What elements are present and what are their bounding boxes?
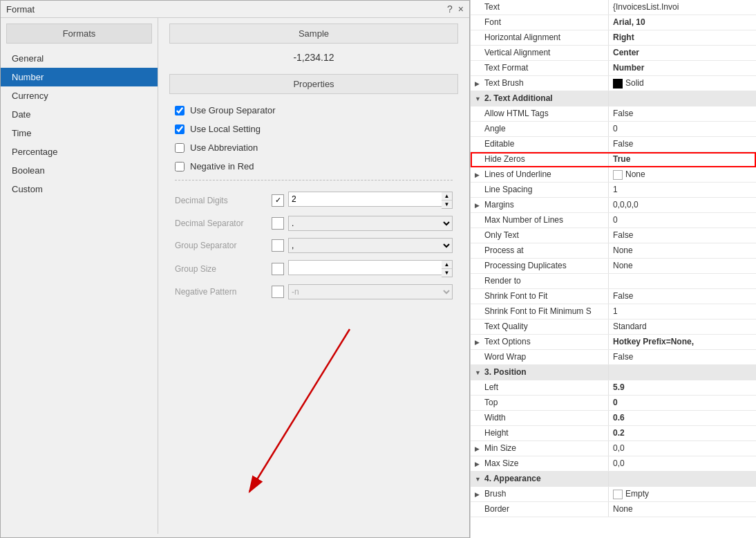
prop-name-section-text-additional: ▼2. Text Additional bbox=[471, 91, 609, 106]
prop-name-max-lines: Max Number of Lines bbox=[471, 213, 609, 228]
prop-value-hide-zeros: True bbox=[609, 152, 756, 167]
field-negative-pattern-check[interactable] bbox=[272, 286, 284, 298]
properties-panel: Sample -1,234.12 Properties Use Group Se… bbox=[158, 18, 469, 534]
format-dialog: Format ? × Formats General Number Curren… bbox=[0, 0, 470, 538]
field-group-size-input[interactable] bbox=[288, 260, 442, 275]
prop-value-shrink-font: False bbox=[609, 289, 756, 304]
prop-row-shrink-min: Shrink Font to Fit Minimum S 1 bbox=[471, 304, 756, 319]
props-content: Use Group Separator Use Local Setting Us… bbox=[164, 100, 464, 312]
prop-name-text: Text bbox=[471, 0, 609, 15]
sidebar-item-currency[interactable]: Currency bbox=[1, 86, 158, 105]
sidebar-item-general[interactable]: General bbox=[1, 49, 158, 68]
prop-row-angle: Angle 0 bbox=[471, 122, 756, 137]
sidebar-item-number[interactable]: Number bbox=[1, 68, 158, 86]
prop-value-section-position bbox=[609, 365, 756, 380]
field-negative-pattern-label: Negative Pattern bbox=[175, 287, 272, 297]
prop-value-max-size: 0,0 bbox=[609, 456, 756, 471]
prop-name-h-align: Horizontal Alignment bbox=[471, 30, 609, 45]
field-group-separator-check[interactable] bbox=[272, 239, 284, 252]
prop-name-word-wrap: Word Wrap bbox=[471, 350, 609, 364]
field-group-size-input-wrapper: ▲ ▼ bbox=[288, 260, 453, 277]
prop-name-line-spacing: Line Spacing bbox=[471, 183, 609, 197]
prop-value-editable: False bbox=[609, 137, 756, 151]
field-decimal-separator-select[interactable]: . , bbox=[288, 216, 453, 231]
prop-row-only-text: Only Text False bbox=[471, 228, 756, 243]
dialog-body: Formats General Number Currency Date Tim… bbox=[1, 18, 469, 534]
formats-header: Formats bbox=[6, 24, 152, 44]
field-group-size: Group Size ▲ ▼ bbox=[175, 260, 453, 277]
checkbox-use-local-setting-label: Use Local Setting bbox=[190, 124, 261, 134]
field-group-separator-select[interactable]: , . bbox=[288, 238, 453, 253]
prop-section-text-additional: ▼2. Text Additional bbox=[471, 91, 756, 106]
prop-name-render-to: Render to bbox=[471, 274, 609, 288]
help-icon[interactable]: ? bbox=[447, 3, 453, 15]
prop-name-margins: ▶Margins bbox=[471, 198, 609, 212]
prop-value-process-at: None bbox=[609, 243, 756, 258]
prop-name-process-at: Process at bbox=[471, 243, 609, 258]
prop-value-shrink-min: 1 bbox=[609, 304, 756, 319]
prop-row-width: Width 0.6 bbox=[471, 411, 756, 426]
field-decimal-digits-label: Decimal Digits bbox=[175, 196, 272, 205]
prop-value-v-align: Center bbox=[609, 46, 756, 60]
field-group-separator: Group Separator , . bbox=[175, 238, 453, 253]
prop-value-text-brush: Solid bbox=[609, 76, 756, 91]
prop-section-position: ▼3. Position bbox=[471, 365, 756, 380]
prop-value-max-lines: 0 bbox=[609, 213, 756, 228]
dialog-titlebar: Format ? × bbox=[1, 1, 469, 18]
checkbox-use-abbreviation: Use Abbreviation bbox=[175, 142, 453, 153]
titlebar-icons: ? × bbox=[447, 3, 464, 15]
divider bbox=[175, 180, 453, 180]
brush-swatch bbox=[613, 490, 623, 499]
prop-row-processing-dup: Processing Duplicates None bbox=[471, 259, 756, 274]
prop-row-render-to: Render to bbox=[471, 274, 756, 289]
prop-value-brush: Empty bbox=[609, 487, 756, 501]
props-header: Properties bbox=[169, 74, 458, 94]
field-group-size-spinner[interactable]: ▲ ▼ bbox=[442, 260, 453, 277]
field-group-size-label: Group Size bbox=[175, 264, 272, 274]
prop-value-line-spacing: 1 bbox=[609, 183, 756, 197]
prop-section-appearance: ▼4. Appearance bbox=[471, 472, 756, 487]
field-decimal-digits-spinner[interactable]: ▲ ▼ bbox=[442, 192, 453, 209]
prop-value-text-options: Hotkey Prefix=None, bbox=[609, 335, 756, 349]
field-decimal-digits-input-wrapper: ▲ ▼ bbox=[288, 192, 453, 209]
checkbox-use-abbreviation-input[interactable] bbox=[175, 143, 185, 153]
prop-row-process-at: Process at None bbox=[471, 243, 756, 259]
prop-row-margins: ▶Margins 0,0,0,0 bbox=[471, 198, 756, 213]
field-decimal-separator-check[interactable] bbox=[272, 217, 284, 230]
prop-name-text-brush: ▶Text Brush bbox=[471, 76, 609, 91]
field-negative-pattern-select[interactable]: -n bbox=[288, 284, 453, 299]
prop-value-only-text: False bbox=[609, 228, 756, 243]
checkbox-use-local-setting-input[interactable] bbox=[175, 124, 185, 134]
prop-value-margins: 0,0,0,0 bbox=[609, 198, 756, 212]
prop-value-h-align: Right bbox=[609, 30, 756, 45]
prop-row-max-size: ▶Max Size 0,0 bbox=[471, 456, 756, 472]
prop-value-section-text-additional bbox=[609, 91, 756, 106]
sidebar-item-percentage[interactable]: Percentage bbox=[1, 142, 158, 161]
prop-row-text-brush: ▶Text Brush Solid bbox=[471, 76, 756, 91]
checkbox-use-abbreviation-label: Use Abbreviation bbox=[190, 142, 258, 153]
prop-name-text-options: ▶Text Options bbox=[471, 335, 609, 349]
prop-value-border: None bbox=[609, 502, 756, 517]
prop-row-brush: ▶Brush Empty bbox=[471, 487, 756, 502]
prop-name-section-position: ▼3. Position bbox=[471, 365, 609, 380]
field-decimal-digits-check[interactable]: ✓ bbox=[272, 194, 284, 207]
close-icon[interactable]: × bbox=[458, 3, 464, 15]
prop-row-word-wrap: Word Wrap False bbox=[471, 350, 756, 365]
checkbox-use-local-setting: Use Local Setting bbox=[175, 124, 453, 134]
field-group-size-check[interactable] bbox=[272, 263, 284, 275]
prop-value-height: 0.2 bbox=[609, 426, 756, 440]
checkbox-use-group-separator-input[interactable] bbox=[175, 106, 185, 115]
sidebar-item-boolean[interactable]: Boolean bbox=[1, 161, 158, 180]
prop-row-text-quality: Text Quality Standard bbox=[471, 319, 756, 335]
checkbox-negative-in-red-input[interactable] bbox=[175, 162, 185, 171]
prop-row-editable: Editable False bbox=[471, 137, 756, 152]
sidebar-item-date[interactable]: Date bbox=[1, 105, 158, 124]
field-decimal-digits-input[interactable] bbox=[288, 192, 442, 207]
sidebar-item-time[interactable]: Time bbox=[1, 124, 158, 142]
prop-row-text: Text {InvoicesList.Invoi bbox=[471, 0, 756, 15]
field-group-separator-label: Group Separator bbox=[175, 241, 272, 250]
sidebar-item-custom[interactable]: Custom bbox=[1, 180, 158, 198]
prop-name-left: Left bbox=[471, 380, 609, 395]
prop-row-font: Font Arial, 10 bbox=[471, 15, 756, 30]
field-decimal-separator-label: Decimal Separator bbox=[175, 219, 272, 228]
